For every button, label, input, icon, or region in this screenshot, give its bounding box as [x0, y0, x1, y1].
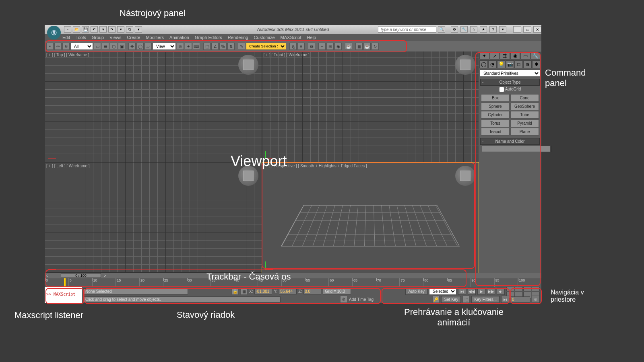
y-coord-input[interactable] — [279, 288, 297, 294]
cmd-tab-motion-icon[interactable]: ◉ — [510, 52, 520, 60]
scale-tool-icon[interactable]: ▱ — [144, 43, 152, 50]
viewport-label-top[interactable]: [ + ] [ Top ] [ Wireframe ] — [46, 53, 89, 57]
slider-left-arrow-icon[interactable]: < — [45, 274, 49, 278]
viewport-label-front[interactable]: [ + ] [ Front ] [ Wireframe ] — [264, 53, 310, 57]
keylarge-icon[interactable]: 🔑 — [432, 296, 440, 303]
menu-group[interactable]: Group — [92, 35, 104, 40]
next-frame-icon[interactable]: ▶▶ — [487, 288, 495, 295]
time-slider-track[interactable]: < 0 / 100 > — [45, 273, 541, 278]
app-logo-icon[interactable]: ⑤ — [47, 26, 61, 39]
redo-drop-icon[interactable]: ▾ — [117, 26, 124, 33]
snap-icon[interactable]: ⬚ — [203, 43, 211, 50]
menu-create[interactable]: Create — [127, 35, 140, 40]
timetag-label[interactable]: Add Time Tag — [349, 297, 374, 302]
new-icon[interactable]: ▫ — [64, 26, 71, 33]
viewcube-front-icon[interactable] — [455, 55, 475, 75]
keyboard-icon[interactable]: ⌨ — [193, 43, 200, 50]
key-icon[interactable]: 🔧 — [460, 26, 468, 33]
select-region-icon[interactable]: ▢ — [110, 43, 117, 50]
viewport-front[interactable]: [ + ] [ Front ] [ Wireframe ] — [262, 51, 479, 162]
prim-sphere[interactable]: Sphere — [481, 103, 510, 110]
spinner-snap-icon[interactable]: ⇅ — [227, 43, 235, 50]
link-drop-icon[interactable]: ▾ — [135, 26, 142, 33]
link-icon[interactable]: ⧉ — [126, 26, 133, 33]
close-button[interactable]: ✕ — [533, 26, 541, 33]
viewcube-top-icon[interactable] — [238, 55, 258, 75]
rollout-name-color[interactable]: Name and Color — [480, 138, 540, 145]
menu-maxscript[interactable]: MAXScript — [281, 35, 301, 40]
rotate-tool-icon[interactable]: ◯ — [136, 43, 144, 50]
keymode-icon[interactable]: ⬚ — [462, 296, 470, 303]
cat-geometry-icon[interactable]: ◯ — [479, 60, 488, 68]
link-tool-icon[interactable]: ⚭ — [46, 43, 54, 50]
material-editor-icon[interactable]: ◉ — [334, 43, 342, 50]
cat-cameras-icon[interactable]: 📷 — [506, 60, 514, 68]
goto-start-icon[interactable]: ⏮ — [458, 288, 466, 295]
cmd-tab-create-icon[interactable]: ✦ — [479, 52, 489, 60]
keyfilters-button[interactable]: Key Filters... — [471, 296, 500, 303]
menu-views[interactable]: Views — [109, 35, 121, 40]
render-setup-icon[interactable]: ☕ — [345, 43, 352, 50]
prim-cone[interactable]: Cone — [510, 94, 539, 102]
help-icon[interactable]: ? — [489, 26, 497, 33]
menu-tools[interactable]: Tools — [76, 35, 86, 40]
setkey-button[interactable]: Set Key — [441, 296, 461, 303]
align-icon[interactable]: ≡ — [297, 43, 305, 50]
goto-end-icon[interactable]: ⏭ — [497, 288, 505, 295]
undo-drop-icon[interactable]: ▾ — [99, 26, 107, 33]
viewcube-persp-icon[interactable] — [455, 166, 475, 186]
timetag-icon[interactable]: ⏱ — [340, 296, 347, 303]
cmd-tab-hierarchy-icon[interactable]: ⇶ — [500, 52, 510, 60]
render-iter-icon[interactable]: ↻ — [372, 43, 379, 50]
z-coord-input[interactable] — [303, 288, 321, 294]
play-icon[interactable]: ▶ — [477, 288, 485, 295]
viewport-label-persp[interactable]: [ + ] [ Perspective ] [ Smooth + Highlig… — [264, 164, 367, 168]
iso-icon[interactable]: ▦ — [240, 288, 248, 295]
prim-geosphere[interactable]: GeoSphere — [510, 103, 539, 110]
prim-cylinder[interactable]: Cylinder — [481, 111, 510, 119]
render-prod-icon[interactable]: ☕ — [363, 43, 371, 50]
cmd-tab-display-icon[interactable]: ▭ — [520, 52, 530, 60]
key-prev-icon[interactable]: ⏮ — [501, 296, 509, 303]
menu-rendering[interactable]: Rendering — [228, 35, 248, 40]
primitive-category-select[interactable]: Standard Primitives — [480, 70, 540, 77]
cat-shapes-icon[interactable]: ◔ — [488, 60, 497, 68]
minimize-button[interactable]: — — [513, 26, 521, 33]
percent-snap-icon[interactable]: % — [219, 43, 227, 50]
viewport-left[interactable]: [ + ] [ Left ] [ Wireframe ] — [45, 162, 262, 273]
cat-lights-icon[interactable]: 💡 — [497, 60, 506, 68]
unlink-tool-icon[interactable]: ⚮ — [54, 43, 62, 50]
move-tool-icon[interactable]: ✥ — [128, 43, 136, 50]
keymode-select[interactable]: Selected — [429, 288, 456, 295]
time-config-icon[interactable]: ⏲ — [532, 296, 540, 303]
prim-pyramid[interactable]: Pyramid — [510, 119, 539, 127]
maxscript-listener[interactable]: >> MAXScript — [45, 287, 82, 303]
prim-box[interactable]: Box — [481, 94, 510, 102]
angle-snap-icon[interactable]: ∠ — [211, 43, 219, 50]
menu-customize[interactable]: Customize — [254, 35, 275, 40]
menu-animation[interactable]: Animation — [169, 35, 189, 40]
search-go-icon[interactable]: 🔍 — [438, 26, 445, 33]
menu-modifiers[interactable]: Modifiers — [146, 35, 164, 40]
mirror-icon[interactable]: ⧎ — [289, 43, 297, 50]
cat-spacewarps-icon[interactable]: ≋ — [523, 60, 532, 68]
lock-icon[interactable]: 🔒 — [231, 288, 239, 295]
menu-grapheditors[interactable]: Graph Editors — [195, 35, 222, 40]
search-input[interactable] — [378, 26, 436, 33]
x-coord-input[interactable] — [254, 288, 272, 294]
bind-tool-icon[interactable]: ≋ — [62, 43, 70, 50]
select-name-icon[interactable]: ☰ — [102, 43, 109, 50]
save-icon[interactable]: 💾 — [82, 26, 89, 33]
ref-coord-select[interactable]: View — [153, 43, 176, 50]
autogrid-checkbox[interactable] — [499, 87, 504, 92]
pivot-icon[interactable]: ⊙ — [177, 43, 184, 50]
redo-icon[interactable]: ↷ — [108, 26, 116, 33]
viewport-perspective[interactable]: [ + ] [ Perspective ] [ Smooth + Highlig… — [262, 162, 479, 273]
named-selection-set[interactable]: Create Selection Se — [246, 43, 286, 50]
viewport-label-left[interactable]: [ + ] [ Left ] [ Wireframe ] — [46, 164, 90, 168]
cmd-tab-modify-icon[interactable]: ↗ — [490, 52, 500, 60]
autokey-button[interactable]: Auto Key — [405, 288, 427, 295]
curve-editor-icon[interactable]: 〰 — [318, 43, 326, 50]
menu-help[interactable]: Help — [307, 35, 316, 40]
selection-filter[interactable]: All — [70, 43, 93, 50]
